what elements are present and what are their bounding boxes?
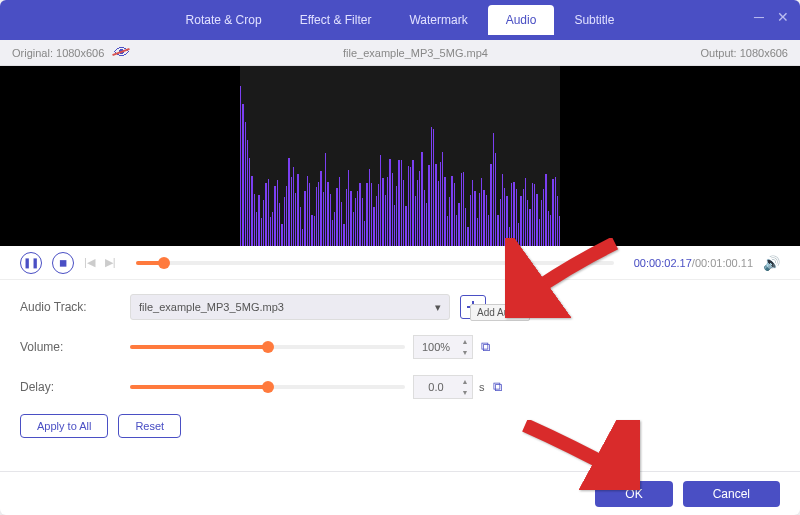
total-time: /00:01:00.11 <box>692 257 753 269</box>
delay-value: 0.0 <box>414 381 458 393</box>
volume-up-icon[interactable]: ▲ <box>458 336 472 347</box>
audio-track-label: Audio Track: <box>20 300 130 314</box>
filename-label: file_example_MP3_5MG.mp4 <box>130 47 700 59</box>
audio-settings-panel: Audio Track: file_example_MP3_5MG.mp3 ▾ … <box>0 280 800 471</box>
current-time: 00:00:02.17 <box>634 257 692 269</box>
timecode: 00:00:02.17/00:01:00.11 <box>634 257 753 269</box>
delay-down-icon[interactable]: ▼ <box>458 387 472 398</box>
action-row: Apply to All Reset <box>20 414 780 438</box>
audio-track-select[interactable]: file_example_MP3_5MG.mp3 ▾ <box>130 294 450 320</box>
preview-area <box>0 66 800 246</box>
row-delay: Delay: 0.0 ▲ ▼ s ⧉ <box>20 374 780 400</box>
add-audio-tooltip: Add Audio <box>470 304 530 321</box>
stop-button[interactable]: ◼ <box>52 252 74 274</box>
row-volume: Volume: 100% ▲ ▼ ⧉ <box>20 334 780 360</box>
audio-track-value: file_example_MP3_5MG.mp3 <box>139 301 284 313</box>
apply-all-button[interactable]: Apply to All <box>20 414 108 438</box>
prev-frame-button[interactable]: |◀ <box>84 256 95 269</box>
tab-subtitle[interactable]: Subtitle <box>556 5 632 35</box>
delay-label: Delay: <box>20 380 130 394</box>
delay-handle[interactable] <box>262 381 274 393</box>
preview-canvas <box>240 66 560 246</box>
waveform-visual <box>240 66 560 246</box>
footer-bar: OK Cancel <box>0 471 800 515</box>
timeline-handle[interactable] <box>158 257 170 269</box>
volume-label: Volume: <box>20 340 130 354</box>
tab-audio[interactable]: Audio <box>488 5 555 35</box>
editor-window: Rotate & Crop Effect & Filter Watermark … <box>0 0 800 515</box>
ok-button[interactable]: OK <box>595 481 672 507</box>
minimize-icon[interactable]: ─ <box>752 10 766 24</box>
delay-spinner[interactable]: 0.0 ▲ ▼ <box>413 375 473 399</box>
window-controls: ─ ✕ <box>752 10 790 24</box>
delay-copy-icon[interactable]: ⧉ <box>493 379 502 395</box>
volume-copy-icon[interactable]: ⧉ <box>481 339 490 355</box>
row-audio-track: Audio Track: file_example_MP3_5MG.mp3 ▾ … <box>20 294 780 320</box>
volume-icon[interactable]: 🔊 <box>763 255 780 271</box>
tab-rotate-crop[interactable]: Rotate & Crop <box>168 5 280 35</box>
titlebar: Rotate & Crop Effect & Filter Watermark … <box>0 0 800 40</box>
preview-toggle-icon[interactable]: 👁 <box>114 44 130 62</box>
volume-down-icon[interactable]: ▼ <box>458 347 472 358</box>
reset-button[interactable]: Reset <box>118 414 181 438</box>
tab-effect-filter[interactable]: Effect & Filter <box>282 5 390 35</box>
tab-watermark[interactable]: Watermark <box>391 5 485 35</box>
info-bar: Original: 1080x606 👁 file_example_MP3_5M… <box>0 40 800 66</box>
close-icon[interactable]: ✕ <box>776 10 790 24</box>
cancel-button[interactable]: Cancel <box>683 481 780 507</box>
delay-unit: s <box>479 381 485 393</box>
delay-slider[interactable] <box>130 385 405 389</box>
volume-value: 100% <box>414 341 458 353</box>
timeline-slider[interactable] <box>136 261 614 265</box>
volume-slider[interactable] <box>130 345 405 349</box>
volume-spinner[interactable]: 100% ▲ ▼ <box>413 335 473 359</box>
playback-controls: ❚❚ ◼ |◀ ▶| 00:00:02.17/00:01:00.11 🔊 <box>0 246 800 280</box>
volume-handle[interactable] <box>262 341 274 353</box>
delay-up-icon[interactable]: ▲ <box>458 376 472 387</box>
chevron-down-icon: ▾ <box>435 301 441 314</box>
next-frame-button[interactable]: ▶| <box>105 256 116 269</box>
output-label: Output: 1080x606 <box>701 47 788 59</box>
pause-button[interactable]: ❚❚ <box>20 252 42 274</box>
tab-strip: Rotate & Crop Effect & Filter Watermark … <box>168 5 633 35</box>
original-label: Original: 1080x606 <box>12 47 104 59</box>
